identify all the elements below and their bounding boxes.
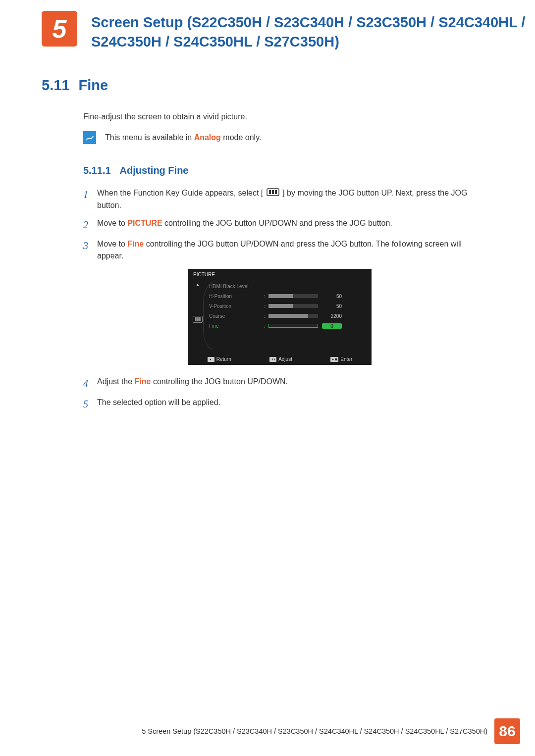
chapter-header: 5 Screen Setup (S22C350H / S23C340H / S2…: [42, 0, 535, 51]
osd-row-label: H-Position: [209, 294, 264, 299]
osd-row: V-Position:50: [209, 301, 367, 311]
osd-left-panel: ▲: [188, 279, 207, 353]
osd-bar: [268, 314, 318, 318]
picture-icon: [193, 316, 203, 323]
osd-enter: Enter: [330, 356, 352, 362]
osd-bar: [268, 324, 318, 328]
svg-rect-7: [330, 357, 338, 362]
fine-keyword: Fine: [127, 240, 144, 248]
osd-bar: [268, 304, 318, 308]
note-highlight: Analog: [194, 133, 221, 142]
note-icon: [83, 131, 96, 144]
footer-text: 5 Screen Setup (S22C350H / S23C340H / S2…: [142, 727, 487, 735]
subsection-heading: 5.11.1Adjusting Fine: [83, 165, 535, 176]
page-number: 86: [494, 718, 520, 744]
section-title: Fine: [78, 77, 108, 93]
svg-rect-4: [275, 190, 277, 194]
osd-colon: :: [264, 313, 268, 319]
step-4: 4 Adjust the Fine controlling the JOG bu…: [83, 376, 489, 391]
step-3: 3 Move to Fine controlling the JOG butto…: [83, 238, 489, 262]
osd-row-label: Fine: [209, 323, 264, 329]
osd-colon: :: [264, 294, 268, 299]
osd-row: Coarse:2200: [209, 311, 367, 321]
svg-rect-0: [83, 131, 96, 144]
page-footer: 5 Screen Setup (S22C350H / S23C340H / S2…: [0, 718, 535, 744]
fine-keyword: Fine: [135, 377, 151, 386]
menu-icon: [267, 188, 279, 200]
osd-value: 50: [322, 303, 342, 309]
osd-row: H-Position:50: [209, 291, 367, 301]
step-number: 4: [83, 376, 97, 391]
osd-value: 50: [322, 294, 342, 299]
osd-bar: [268, 294, 318, 298]
section-heading: 5.11Fine: [42, 77, 535, 94]
osd-rows: HDMI Black LevelH-Position:50V-Position:…: [207, 279, 372, 353]
subsection-number: 5.11.1: [83, 165, 111, 176]
osd-return: Return: [208, 356, 231, 362]
svg-rect-2: [269, 190, 271, 194]
step-2: 2 Move to PICTURE controlling the JOG bu…: [83, 217, 489, 232]
step-5: 5 The selected option will be applied.: [83, 397, 489, 411]
step-number: 2: [83, 217, 97, 232]
chapter-number-badge: 5: [42, 11, 77, 47]
osd-menu: PICTURE ▲ HDMI Black LevelH-Position:50V…: [188, 269, 372, 365]
step-number: 3: [83, 238, 97, 262]
picture-keyword: PICTURE: [127, 219, 162, 227]
step-number: 1: [83, 187, 97, 211]
subsection-title: Adjusting Fine: [120, 165, 189, 176]
svg-rect-9: [335, 358, 337, 360]
osd-title: PICTURE: [188, 269, 372, 279]
osd-row-label: Coarse: [209, 313, 264, 319]
osd-row-label: HDMI Black Level: [209, 284, 264, 289]
step-number: 5: [83, 397, 97, 411]
osd-colon: :: [264, 303, 268, 309]
svg-rect-3: [272, 190, 274, 194]
up-arrow-icon: ▲: [196, 282, 200, 287]
note-row: This menu is available in Analog mode on…: [83, 131, 535, 144]
osd-value: 2200: [322, 313, 342, 319]
osd-footer: Return Adjust Enter: [188, 353, 372, 365]
section-intro: Fine-adjust the screen to obtain a vivid…: [83, 112, 489, 121]
osd-colon: :: [264, 323, 268, 329]
osd-row-label: V-Position: [209, 303, 264, 309]
osd-adjust: Adjust: [269, 356, 292, 362]
step-1: 1 When the Function Key Guide appears, s…: [83, 187, 489, 211]
section-number: 5.11: [42, 77, 69, 93]
note-text: This menu is available in Analog mode on…: [105, 133, 261, 142]
osd-row: HDMI Black Level: [209, 281, 367, 291]
osd-row: Fine:0: [209, 321, 367, 331]
steps-list: 1 When the Function Key Guide appears, s…: [83, 187, 489, 262]
osd-value: 0: [322, 323, 342, 329]
svg-point-8: [332, 359, 334, 360]
steps-list-cont: 4 Adjust the Fine controlling the JOG bu…: [83, 376, 489, 411]
chapter-title: Screen Setup (S22C350H / S23C340H / S23C…: [91, 11, 535, 51]
